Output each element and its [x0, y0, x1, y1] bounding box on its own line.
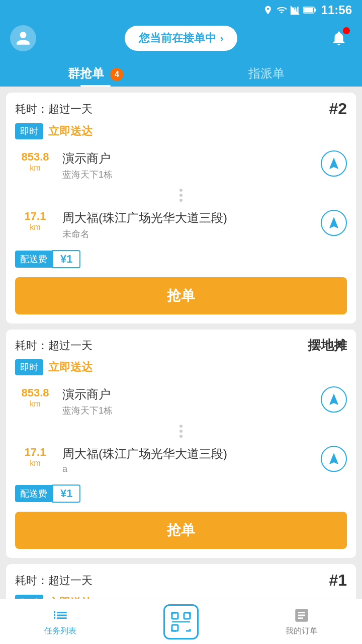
card2-delivery-dist: 17.1 km	[15, 446, 55, 468]
tab-group-grab[interactable]: 群抢单 4	[10, 58, 181, 87]
header-row: 您当前在接单中 ›	[10, 25, 352, 51]
status-pill-text: 您当前在接单中	[139, 31, 216, 46]
order-card-2: 耗时：超过一天 摆地摊 即时 立即送达 853.8 km 演示商户 蓝海天下1栋	[6, 330, 356, 558]
svg-rect-5	[314, 9, 316, 12]
card2-delivery: 17.1 km 周大福(珠江广场光华大道三段) a	[15, 441, 347, 479]
card2-fee-amount: ¥1	[52, 485, 80, 503]
status-icons: 11:56	[263, 3, 352, 17]
tab-assigned-label: 指派单	[248, 66, 285, 80]
scan-button[interactable]	[163, 604, 199, 639]
bottom-nav: 任务列表 我的订单	[0, 599, 362, 644]
svg-rect-9	[54, 617, 55, 618]
card1-fee-amount: ¥1	[52, 250, 80, 268]
card2-pickup-info: 演示商户 蓝海天下1栋	[62, 386, 314, 417]
svg-rect-0	[291, 11, 292, 15]
card2-delivery-dist-num: 17.1	[15, 446, 55, 459]
svg-rect-11	[184, 613, 190, 619]
nav-orders[interactable]: 我的订单	[241, 599, 362, 644]
nav-orders-label: 我的订单	[286, 626, 318, 636]
card1-pickup-dist-unit: km	[15, 164, 55, 173]
card1-header: 耗时：超过一天 #2	[6, 93, 356, 123]
time-display: 11:56	[321, 3, 352, 17]
svg-rect-10	[172, 613, 178, 619]
svg-rect-8	[54, 614, 55, 615]
card2-pickup: 853.8 km 演示商户 蓝海天下1栋	[15, 381, 347, 422]
card2-pickup-name: 演示商户	[62, 386, 314, 403]
card2-delivery-nav[interactable]	[321, 446, 347, 472]
card2-pickup-address: 蓝海天下1栋	[62, 405, 314, 417]
nav-tasks[interactable]: 任务列表	[0, 599, 121, 644]
card2-instant-text: 立即送达	[48, 360, 93, 375]
card1-pickup-name: 演示商户	[62, 150, 314, 167]
card2-instant-badge: 即时	[15, 359, 43, 375]
card1-time-label: 耗时：超过一天	[15, 102, 93, 117]
card1-delivery-dist-num: 17.1	[15, 210, 55, 223]
card1-pickup-dist-num: 853.8	[15, 150, 55, 164]
card1-delivery: 17.1 km 周大福(珠江广场光华大道三段) 未命名	[15, 205, 347, 245]
card1-fee-label: 配送费	[15, 251, 52, 268]
card1-delivery-info: 周大福(珠江广场光华大道三段) 未命名	[62, 210, 314, 240]
card1-instant-badge: 即时	[15, 123, 43, 139]
card1-pickup-info: 演示商户 蓝海天下1栋	[62, 150, 314, 181]
card2-fee-label: 配送费	[15, 485, 52, 502]
svg-rect-12	[172, 625, 178, 631]
nav-scan[interactable]	[121, 599, 241, 644]
card1-delivery-dist: 17.1 km	[15, 210, 55, 232]
card2-instant-row: 即时 立即送达	[6, 359, 356, 381]
card1-route-dots	[15, 186, 347, 205]
avatar[interactable]	[10, 25, 36, 51]
tabs: 群抢单 4 指派单	[10, 58, 352, 87]
card2-route-dots	[15, 422, 347, 441]
card1-grab-button[interactable]: 抢单	[15, 277, 347, 314]
status-bar: 11:56	[0, 0, 362, 20]
notification-dot	[343, 27, 350, 34]
card2-pickup-dist-num: 853.8	[15, 386, 55, 399]
tab-group-badge: 4	[110, 68, 123, 81]
card1-delivery-dist-unit: km	[15, 223, 55, 232]
tab-group-label: 群抢单	[68, 66, 104, 80]
svg-rect-6	[304, 8, 313, 13]
card2-delivery-name: 周大福(珠江广场光华大道三段)	[62, 446, 314, 462]
svg-rect-7	[54, 611, 55, 613]
content-area: 耗时：超过一天 #2 即时 立即送达 853.8 km 演示商户 蓝海天下1栋	[0, 87, 362, 640]
card3-time-label: 耗时：超过一天	[15, 573, 93, 588]
nav-tasks-label: 任务列表	[44, 626, 76, 636]
svg-rect-2	[295, 9, 297, 15]
card1-number: #2	[329, 100, 347, 118]
card2-pickup-nav[interactable]	[321, 386, 347, 413]
status-pill-arrow: ›	[220, 33, 224, 44]
card1-pickup: 853.8 km 演示商户 蓝海天下1栋	[15, 145, 347, 186]
card1-pickup-address: 蓝海天下1栋	[62, 169, 314, 181]
card2-delivery-dist-unit: km	[15, 459, 55, 468]
svg-rect-3	[297, 7, 299, 14]
tab-assigned[interactable]: 指派单	[181, 58, 352, 87]
order-card-1: 耗时：超过一天 #2 即时 立即送达 853.8 km 演示商户 蓝海天下1栋	[6, 93, 356, 324]
card3-number: #1	[329, 571, 347, 590]
card2-delivery-info: 周大福(珠江广场光华大道三段) a	[62, 446, 314, 474]
card2-fee-row: 配送费 ¥1	[6, 479, 356, 508]
card1-pickup-dist: 853.8 km	[15, 150, 55, 173]
card2-time-label: 耗时：超过一天	[15, 338, 93, 353]
card1-instant-row: 即时 立即送达	[6, 123, 356, 145]
card2-header: 耗时：超过一天 摆地摊	[6, 330, 356, 359]
header: 您当前在接单中 › 群抢单 4 指派单	[0, 20, 362, 87]
card1-pickup-nav[interactable]	[321, 150, 347, 177]
card2-number: 摆地摊	[308, 337, 347, 354]
notification-button[interactable]	[326, 25, 352, 51]
card2-grab-button[interactable]: 抢单	[15, 512, 347, 549]
card1-route: 853.8 km 演示商户 蓝海天下1栋 17.1	[6, 145, 356, 245]
status-pill[interactable]: 您当前在接单中 ›	[125, 26, 238, 51]
card2-pickup-dist-unit: km	[15, 399, 55, 409]
card3-header: 耗时：超过一天 #1	[6, 564, 356, 595]
card1-fee-row: 配送费 ¥1	[6, 245, 356, 273]
card2-pickup-dist: 853.8 km	[15, 386, 55, 409]
card1-delivery-nav[interactable]	[321, 210, 347, 236]
card1-delivery-address: 未命名	[62, 228, 314, 240]
card2-delivery-address: a	[62, 464, 314, 474]
card2-route: 853.8 km 演示商户 蓝海天下1栋 17.1 km	[6, 381, 356, 479]
card1-instant-text: 立即送达	[48, 124, 93, 139]
card1-delivery-name: 周大福(珠江广场光华大道三段)	[62, 210, 314, 226]
svg-rect-1	[293, 10, 294, 14]
